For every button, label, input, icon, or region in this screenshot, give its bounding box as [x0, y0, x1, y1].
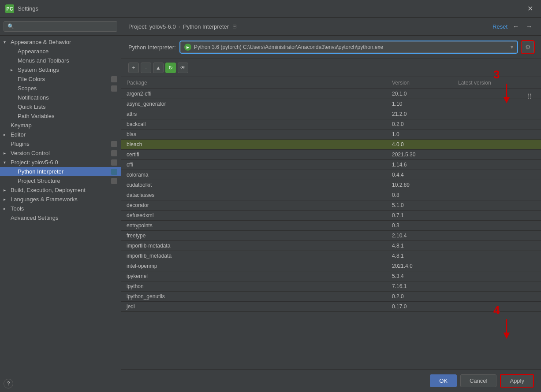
- title-bar: PC Settings ✕: [0, 0, 541, 18]
- package-version: 0.2.0: [387, 292, 453, 302]
- table-row[interactable]: cffi1.14.6: [121, 160, 541, 170]
- collapse-arrow: ▸: [4, 188, 9, 192]
- apply-button[interactable]: Apply: [500, 374, 534, 388]
- sidebar-item-advanced-settings[interactable]: Advanced Settings: [0, 213, 121, 222]
- sidebar-item-appearance[interactable]: Appearance: [0, 47, 121, 56]
- sidebar-item-path-variables[interactable]: Path Variables: [0, 111, 121, 121]
- table-row[interactable]: ipython7.16.1: [121, 281, 541, 292]
- table-row[interactable]: cudatoolkit10.2.89: [121, 180, 541, 190]
- bottom-bar: OK Cancel Apply: [121, 369, 541, 392]
- table-row[interactable]: dataclasses0.8: [121, 190, 541, 200]
- sidebar-item-python-interpreter[interactable]: Python Interpreter: [0, 167, 121, 176]
- sidebar-item-keymap[interactable]: Keymap: [0, 121, 121, 130]
- reset-button[interactable]: Reset: [492, 23, 507, 30]
- package-version: 0.8: [387, 190, 453, 200]
- sidebar-item-project-structure[interactable]: Project Structure: [0, 176, 121, 185]
- up-button[interactable]: ▲: [153, 63, 164, 73]
- sidebar-item-project[interactable]: ▾ Project: yolov5-6.0: [0, 158, 121, 167]
- sidebar-item-version-control[interactable]: ▸ Version Control: [0, 148, 121, 158]
- ok-button[interactable]: OK: [430, 374, 457, 387]
- package-version: 4.8.1: [387, 251, 453, 261]
- sidebar-item-editor[interactable]: ▸ Editor: [0, 130, 121, 139]
- help-button[interactable]: ?: [4, 379, 13, 388]
- sidebar-item-scopes[interactable]: Scopes: [0, 84, 121, 93]
- package-version: 0.4.4: [387, 170, 453, 180]
- sidebar-item-file-colors[interactable]: File Colors: [0, 74, 121, 84]
- search-box: [0, 18, 121, 36]
- table-row[interactable]: blas1.0: [121, 129, 541, 140]
- table-row[interactable]: attrs21.2.0: [121, 109, 541, 119]
- table-row[interactable]: colorama0.4.4: [121, 170, 541, 180]
- package-version: 0.7.1: [387, 211, 453, 221]
- table-row[interactable]: argon2-cffi20.1.0: [121, 89, 541, 99]
- gear-settings-button[interactable]: ⚙: [522, 41, 534, 53]
- package-name: importlib_metadata: [121, 251, 387, 261]
- table-row[interactable]: bleach4.0.0: [121, 140, 541, 150]
- eye-button[interactable]: 👁: [178, 63, 188, 73]
- interpreter-select[interactable]: ▶ Python 3.6 (pytorch) C:\Users\Administ…: [180, 41, 517, 53]
- package-name: certifi: [121, 150, 387, 160]
- package-name: decorator: [121, 200, 387, 211]
- table-row[interactable]: certifi2021.5.30: [121, 150, 541, 160]
- collapse-arrow: ▸: [4, 206, 9, 211]
- table-row[interactable]: ipython_genutils0.2.0: [121, 292, 541, 302]
- package-table-body: argon2-cffi20.1.0async_generator1.10attr…: [121, 89, 541, 312]
- table-row[interactable]: importlib-metadata4.8.1: [121, 241, 541, 251]
- table-header: Package Version Latest version: [121, 77, 541, 89]
- remove-package-button[interactable]: -: [141, 63, 151, 73]
- sidebar-item-label: Project Structure: [18, 178, 60, 184]
- table-row[interactable]: decorator5.1.0: [121, 200, 541, 211]
- close-button[interactable]: ✕: [525, 4, 536, 14]
- sidebar-item-label: Keymap: [11, 122, 32, 129]
- sidebar-item-label: System Settings: [18, 67, 59, 73]
- sidebar-item-plugins[interactable]: Plugins: [0, 139, 121, 148]
- back-button[interactable]: ←: [511, 22, 521, 31]
- sidebar-item-system-settings[interactable]: ▸ System Settings: [0, 65, 121, 74]
- sidebar-item-quick-lists[interactable]: Quick Lists: [0, 102, 121, 111]
- scopes-icon: [111, 85, 117, 92]
- sidebar-item-notifications[interactable]: Notifications: [0, 93, 121, 102]
- table-row[interactable]: defusedxml0.7.1: [121, 211, 541, 221]
- package-table-container: Package Version Latest version argon2-cf…: [121, 77, 541, 369]
- package-version: 2021.4.0: [387, 261, 453, 271]
- header-actions: Reset ← →: [492, 22, 534, 31]
- package-name: ipython_genutils: [121, 292, 387, 302]
- table-row[interactable]: freetype2.10.4: [121, 231, 541, 241]
- table-row[interactable]: ipykernel5.3.4: [121, 271, 541, 281]
- package-name: colorama: [121, 170, 387, 180]
- plugins-icon: [111, 141, 117, 147]
- package-latest: [453, 170, 541, 180]
- table-row[interactable]: jedi0.17.0: [121, 302, 541, 312]
- package-latest: [453, 241, 541, 251]
- sidebar-item-appearance-behavior[interactable]: ▾ Appearance & Behavior: [0, 37, 121, 47]
- table-row[interactable]: intel-openmp2021.4.0: [121, 261, 541, 271]
- sidebar-item-label: Appearance: [18, 48, 49, 55]
- search-input[interactable]: [4, 21, 117, 32]
- refresh-button[interactable]: ↻: [165, 63, 176, 73]
- sidebar-item-languages-frameworks[interactable]: ▸ Languages & Frameworks: [0, 195, 121, 204]
- table-row[interactable]: importlib_metadata4.8.1: [121, 251, 541, 261]
- package-version: 1.10: [387, 99, 453, 109]
- add-package-button[interactable]: +: [128, 63, 139, 73]
- sidebar-item-build-execution[interactable]: ▸ Build, Execution, Deployment: [0, 185, 121, 195]
- cancel-button[interactable]: Cancel: [460, 374, 496, 387]
- package-latest: [453, 231, 541, 241]
- package-latest: [453, 221, 541, 231]
- package-latest: [453, 140, 541, 150]
- breadcrumb-page: Python Interpreter: [183, 23, 229, 30]
- sidebar-item-tools[interactable]: ▸ Tools: [0, 204, 121, 213]
- sidebar-bottom: ?: [0, 375, 121, 392]
- package-version: 0.3: [387, 221, 453, 231]
- package-latest: [453, 251, 541, 261]
- sidebar-tree: ▾ Appearance & Behavior Appearance Menus…: [0, 36, 121, 375]
- table-row[interactable]: async_generator1.10: [121, 99, 541, 109]
- package-name: defusedxml: [121, 211, 387, 221]
- sidebar-item-menus-toolbars[interactable]: Menus and Toolbars: [0, 56, 121, 65]
- table-row[interactable]: entrypoints0.3: [121, 221, 541, 231]
- sidebar-item-label: Scopes: [18, 85, 37, 92]
- forward-button[interactable]: →: [524, 22, 534, 31]
- table-row[interactable]: backcall0.2.0: [121, 119, 541, 129]
- package-version: 0.17.0: [387, 302, 453, 312]
- package-name: freetype: [121, 231, 387, 241]
- project-icon: [111, 159, 117, 166]
